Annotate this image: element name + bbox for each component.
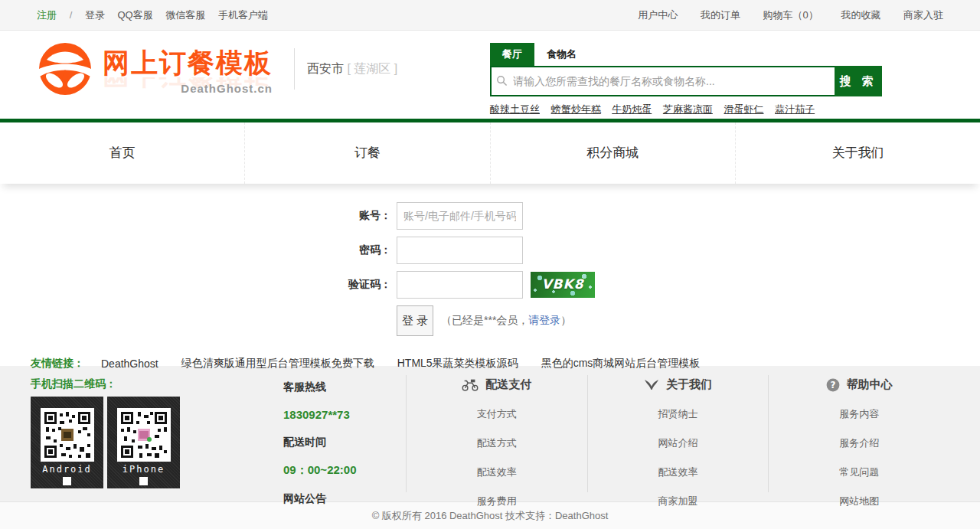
mobile-client-link[interactable]: 手机客户端	[218, 9, 268, 21]
qr-android-marker	[63, 477, 71, 485]
login-button[interactable]: 登 录	[397, 305, 433, 336]
nav-item-order[interactable]: 订餐	[244, 122, 489, 184]
footer-link[interactable]: 支付方式	[477, 408, 517, 420]
footer-help-column: ? 帮助中心 服务内容 服务介绍 常见问题 网站地图	[769, 366, 949, 501]
topbar: 注册 / 登录 QQ客服 微信客服 手机客户端 用户中心 我的订单 购物车（0）…	[0, 0, 980, 31]
delivery-time-label: 配送时间	[283, 436, 406, 449]
main-content: 账号： 密码： 验证码： VBK8 登 录 （已经是***会员，请登录） 友情链…	[0, 184, 980, 366]
footer-about-column: 关于我们 招贤纳士 网站介绍 配送效率 商家加盟	[588, 366, 769, 501]
site-logo[interactable]: 网上订餐模板 网上订餐模板 DeathGhost.cn	[103, 48, 273, 90]
password-label: 密码：	[311, 243, 397, 257]
tab-food[interactable]: 食物名	[534, 43, 589, 66]
hot-keyword[interactable]: 酸辣土豆丝	[490, 103, 540, 115]
member-note-prefix: （已经是***会员，	[441, 314, 528, 326]
hot-keyword[interactable]: 蒜汁茄子	[775, 103, 815, 115]
qr-iphone-label: iPhone	[107, 464, 180, 475]
footer-link[interactable]: 网站介绍	[658, 437, 698, 449]
header-divider	[294, 48, 295, 90]
account-label: 账号：	[311, 209, 397, 223]
hot-keyword[interactable]: 螃蟹炒年糕	[551, 103, 601, 115]
qr-section-title: 手机扫描二维码：	[31, 377, 268, 391]
help-column-title: ? 帮助中心	[769, 377, 949, 392]
captcha-label: 验证码：	[311, 278, 397, 292]
account-field[interactable]	[397, 202, 523, 230]
register-login-separator: /	[70, 9, 73, 21]
question-icon: ?	[826, 378, 840, 392]
about-column-title: 关于我们	[588, 377, 769, 392]
main-nav: 首页 订餐 积分商城 关于我们	[0, 122, 980, 184]
login-link[interactable]: 登录	[85, 9, 105, 21]
qr-iphone: iPhone	[107, 397, 180, 488]
wechat-service-link[interactable]: 微信客服	[165, 9, 205, 21]
topbar-right: 用户中心 我的订单 购物车（0） 我的收藏 商家入驻	[618, 8, 943, 22]
footer-link[interactable]: 配送方式	[477, 437, 517, 449]
captcha-field[interactable]	[397, 271, 523, 299]
nav-item-points-mall[interactable]: 积分商城	[490, 122, 735, 184]
footer-delivery-column: 配送支付 支付方式 配送方式 配送效率 服务费用	[407, 366, 587, 501]
header: 网上订餐模板 网上订餐模板 DeathGhost.cn 西安市 [ 莲湖区 ] …	[0, 31, 980, 119]
footer-link[interactable]: 服务内容	[839, 408, 879, 420]
qq-service-link[interactable]: QQ客服	[118, 9, 153, 21]
my-orders-link[interactable]: 我的订单	[701, 9, 740, 21]
footer-service-column: 客服热线 1830927**73 配送时间 09：00~22:00 网站公告	[283, 366, 406, 501]
site-subtitle: DeathGhost.cn	[181, 82, 273, 95]
hot-keyword[interactable]: 牛奶炖蛋	[612, 103, 652, 115]
cart-link[interactable]: 购物车（0）	[763, 9, 818, 21]
hotline-label: 客服热线	[283, 380, 406, 394]
nav-item-home[interactable]: 首页	[0, 122, 244, 184]
footer-link[interactable]: 商家加盟	[658, 495, 698, 507]
qr-code-android-icon	[43, 410, 92, 459]
svg-text:?: ?	[830, 380, 835, 390]
footer-link[interactable]: 网站地图	[839, 495, 879, 507]
copyright-text: © 版权所有 2016 DeathGhost 技术支持：DeathGhost	[372, 510, 609, 521]
member-note-suffix: ）	[560, 314, 571, 326]
user-center-link[interactable]: 用户中心	[638, 9, 678, 21]
delivery-bike-icon	[462, 378, 479, 392]
tab-restaurant[interactable]: 餐厅	[490, 43, 534, 66]
captcha-image[interactable]: VBK8	[531, 272, 595, 298]
footer-link[interactable]: 配送效率	[477, 466, 517, 478]
captcha-text: VBK8	[531, 276, 595, 292]
delivery-time-value: 09：00~22:00	[283, 463, 406, 478]
search-button[interactable]: 搜 索	[835, 66, 882, 96]
hot-keyword[interactable]: 滑蛋虾仁	[724, 103, 764, 115]
footer-link[interactable]: 配送效率	[658, 466, 698, 478]
footer-link[interactable]: 服务介绍	[839, 437, 879, 449]
hot-keyword[interactable]: 芝麻酱凉面	[663, 103, 713, 115]
merchant-join-link[interactable]: 商家入驻	[903, 9, 943, 21]
password-field[interactable]	[397, 237, 523, 264]
footer: 手机扫描二维码：	[0, 366, 980, 501]
member-note: （已经是***会员，请登录）	[441, 314, 571, 328]
search-input[interactable]	[490, 66, 835, 96]
delivery-column-title-text: 配送支付	[485, 377, 531, 392]
search-tabs: 餐厅 食物名	[490, 43, 882, 66]
help-column-title-text: 帮助中心	[847, 377, 893, 392]
bird-icon	[644, 379, 659, 391]
footer-link[interactable]: 招贤纳士	[658, 408, 698, 420]
qr-android: Android	[31, 397, 103, 488]
search-box: 餐厅 食物名 搜 索 酸辣土豆丝 螃蟹炒年糕 牛奶炖蛋 芝麻酱凉面 滑蛋虾仁 蒜…	[490, 43, 882, 116]
search-icon	[496, 75, 508, 87]
topbar-left: 注册 / 登录 QQ客服 微信客服 手机客户端	[37, 8, 278, 22]
location-selector[interactable]: 西安市 [ 莲湖区 ]	[307, 61, 397, 77]
site-title: 网上订餐模板	[103, 48, 273, 78]
hot-keywords: 酸辣土豆丝 螃蟹炒年糕 牛奶炖蛋 芝麻酱凉面 滑蛋虾仁 蒜汁茄子	[490, 103, 882, 116]
member-login-link[interactable]: 请登录	[528, 314, 560, 326]
qr-android-label: Android	[31, 464, 103, 475]
nav-item-about[interactable]: 关于我们	[735, 122, 980, 184]
hotline-number: 1830927**73	[283, 408, 406, 421]
register-link[interactable]: 注册	[37, 9, 57, 21]
about-column-title-text: 关于我们	[666, 377, 712, 392]
site-logo-icon[interactable]	[37, 41, 93, 97]
location-district: [ 莲湖区 ]	[347, 62, 397, 75]
location-city: 西安市	[307, 62, 344, 75]
footer-link[interactable]: 常见问题	[839, 466, 879, 478]
favorites-link[interactable]: 我的收藏	[841, 9, 880, 21]
footer-qr-column: 手机扫描二维码：	[31, 366, 268, 501]
qr-code-iphone-icon	[119, 410, 168, 459]
qr-iphone-marker	[139, 477, 148, 485]
delivery-column-title: 配送支付	[407, 377, 587, 392]
